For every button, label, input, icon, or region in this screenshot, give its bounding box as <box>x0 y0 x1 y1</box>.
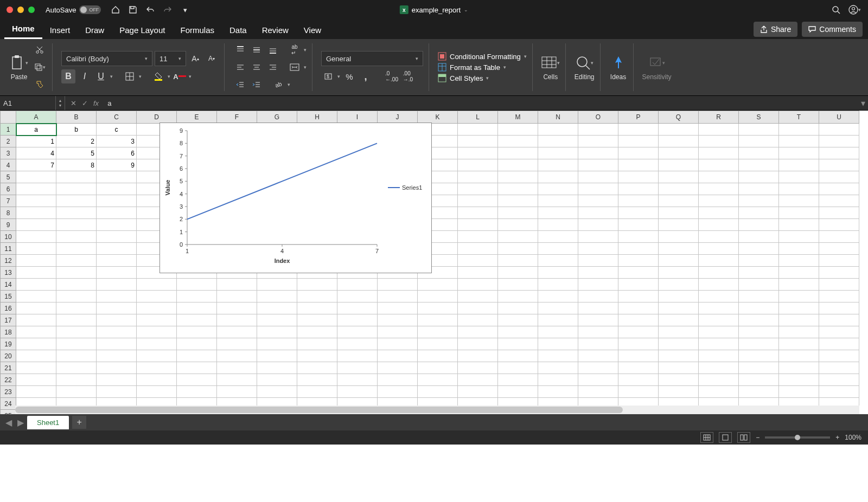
cell[interactable] <box>739 255 779 267</box>
cell[interactable] <box>819 279 859 291</box>
cell[interactable] <box>699 374 739 386</box>
cell[interactable] <box>699 386 739 398</box>
cell[interactable] <box>97 195 137 207</box>
cell[interactable] <box>56 291 97 303</box>
cell[interactable] <box>418 314 458 326</box>
cell[interactable] <box>819 303 859 314</box>
cell[interactable] <box>56 279 97 291</box>
cell[interactable]: 5 <box>56 147 97 159</box>
cell[interactable]: c <box>97 124 137 136</box>
column-header[interactable]: D <box>137 111 177 124</box>
column-header[interactable]: U <box>819 111 859 124</box>
cell[interactable] <box>699 195 739 207</box>
cell[interactable] <box>819 291 859 303</box>
cell[interactable] <box>137 279 177 291</box>
align-left-icon[interactable] <box>233 60 247 74</box>
cell[interactable] <box>739 314 779 326</box>
cell[interactable] <box>618 171 659 183</box>
cell[interactable] <box>97 219 137 231</box>
cell[interactable] <box>458 159 498 171</box>
cell[interactable] <box>699 219 739 231</box>
cell[interactable] <box>458 326 498 338</box>
cell[interactable] <box>819 171 859 183</box>
row-header[interactable]: 14 <box>1 279 16 291</box>
embedded-chart[interactable]: 0123456789147IndexValueSeries1 <box>159 123 432 273</box>
cell[interactable] <box>16 279 56 291</box>
cell[interactable] <box>458 243 498 255</box>
cell[interactable] <box>498 231 538 243</box>
page-layout-view-icon[interactable] <box>719 432 732 443</box>
cell[interactable] <box>418 362 458 374</box>
cell[interactable] <box>538 243 578 255</box>
cell[interactable] <box>16 219 56 231</box>
cell[interactable] <box>378 279 418 291</box>
cell[interactable] <box>739 350 779 362</box>
cell[interactable] <box>659 326 699 338</box>
cell[interactable] <box>739 374 779 386</box>
underline-button[interactable]: U <box>94 69 108 83</box>
editing-button[interactable]: ▾ Editing <box>575 54 595 81</box>
cell[interactable] <box>297 314 337 326</box>
cell[interactable] <box>578 267 618 279</box>
cell[interactable] <box>97 374 137 386</box>
font-name-select[interactable]: Calibri (Body)▾ <box>61 51 152 66</box>
column-header[interactable]: R <box>699 111 739 124</box>
cell[interactable] <box>779 136 819 147</box>
cell[interactable] <box>337 314 378 326</box>
cell[interactable] <box>177 350 217 362</box>
column-header[interactable]: M <box>498 111 538 124</box>
cell[interactable] <box>217 303 257 314</box>
cell[interactable] <box>618 183 659 195</box>
cell[interactable] <box>97 183 137 195</box>
cell[interactable] <box>699 183 739 195</box>
cell[interactable] <box>819 183 859 195</box>
cell[interactable] <box>538 386 578 398</box>
cell[interactable] <box>56 362 97 374</box>
cell[interactable] <box>618 303 659 314</box>
cell[interactable] <box>779 386 819 398</box>
cell[interactable] <box>779 338 819 350</box>
cell[interactable] <box>498 159 538 171</box>
font-size-select[interactable]: 11▾ <box>155 51 186 66</box>
cell[interactable] <box>257 350 297 362</box>
cell[interactable] <box>418 291 458 303</box>
cell[interactable] <box>699 291 739 303</box>
cell[interactable] <box>458 362 498 374</box>
cell[interactable] <box>819 147 859 159</box>
cell[interactable] <box>56 219 97 231</box>
cell[interactable] <box>578 386 618 398</box>
row-header[interactable]: 22 <box>1 374 16 386</box>
cell[interactable] <box>16 326 56 338</box>
cell[interactable] <box>578 338 618 350</box>
cell[interactable] <box>56 183 97 195</box>
cell[interactable] <box>56 386 97 398</box>
cell[interactable] <box>538 136 578 147</box>
cell[interactable] <box>498 386 538 398</box>
cell[interactable] <box>538 231 578 243</box>
cell[interactable] <box>618 291 659 303</box>
spreadsheet-grid[interactable]: ABCDEFGHIJKLMNOPQRSTU1abc212334564789567… <box>0 111 868 414</box>
cell[interactable] <box>217 279 257 291</box>
normal-view-icon[interactable] <box>700 432 713 443</box>
cell[interactable] <box>56 171 97 183</box>
cell[interactable] <box>739 183 779 195</box>
row-header[interactable]: 15 <box>1 291 16 303</box>
cell[interactable] <box>16 314 56 326</box>
cell[interactable] <box>819 243 859 255</box>
row-header[interactable]: 20 <box>1 350 16 362</box>
font-color-button[interactable]: A <box>173 69 187 83</box>
cell[interactable] <box>257 291 297 303</box>
cell[interactable] <box>819 374 859 386</box>
cell[interactable] <box>538 267 578 279</box>
cell[interactable] <box>699 326 739 338</box>
cell[interactable] <box>739 291 779 303</box>
percent-icon[interactable]: % <box>342 69 356 83</box>
cell[interactable] <box>578 362 618 374</box>
cell[interactable] <box>458 195 498 207</box>
cell[interactable] <box>779 124 819 136</box>
cell[interactable] <box>659 171 699 183</box>
cell[interactable] <box>699 267 739 279</box>
cell[interactable] <box>177 338 217 350</box>
cell[interactable]: 1 <box>16 136 56 147</box>
cell[interactable] <box>16 255 56 267</box>
